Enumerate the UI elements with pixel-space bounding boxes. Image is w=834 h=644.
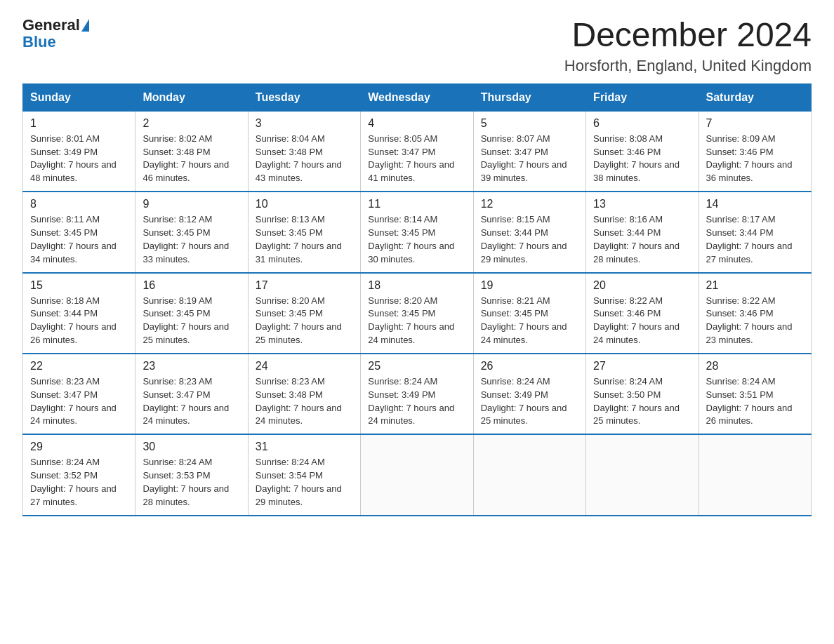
table-row: 27Sunrise: 8:24 AMSunset: 3:50 PMDayligh… <box>586 354 699 434</box>
calendar-week-row: 15Sunrise: 8:18 AMSunset: 3:44 PMDayligh… <box>23 273 812 354</box>
day-number: 2 <box>143 117 240 130</box>
day-number: 10 <box>256 198 353 210</box>
day-number: 8 <box>30 198 128 210</box>
col-tuesday: Tuesday <box>248 83 360 111</box>
calendar-header-row: Sunday Monday Tuesday Wednesday Thursday… <box>23 83 812 111</box>
table-row: 18Sunrise: 8:20 AMSunset: 3:45 PMDayligh… <box>361 273 473 354</box>
day-number: 9 <box>143 198 240 210</box>
day-number: 11 <box>368 198 465 210</box>
col-friday: Friday <box>586 83 699 111</box>
calendar-week-row: 29Sunrise: 8:24 AMSunset: 3:52 PMDayligh… <box>23 434 812 515</box>
table-row: 3Sunrise: 8:04 AMSunset: 3:48 PMDaylight… <box>248 111 360 192</box>
table-row: 24Sunrise: 8:23 AMSunset: 3:48 PMDayligh… <box>248 354 360 434</box>
day-info: Sunrise: 8:24 AMSunset: 3:49 PMDaylight:… <box>481 375 578 428</box>
day-number: 29 <box>30 441 128 453</box>
table-row: 15Sunrise: 8:18 AMSunset: 3:44 PMDayligh… <box>23 273 135 354</box>
day-info: Sunrise: 8:23 AMSunset: 3:47 PMDaylight:… <box>143 375 240 428</box>
col-monday: Monday <box>135 83 248 111</box>
day-number: 7 <box>706 117 804 130</box>
calendar-week-row: 8Sunrise: 8:11 AMSunset: 3:45 PMDaylight… <box>23 192 812 272</box>
logo-general: General <box>22 17 80 34</box>
day-info: Sunrise: 8:24 AMSunset: 3:52 PMDaylight:… <box>30 456 128 509</box>
day-number: 13 <box>593 198 691 210</box>
table-row: 17Sunrise: 8:20 AMSunset: 3:45 PMDayligh… <box>248 273 360 354</box>
day-number: 19 <box>481 279 578 292</box>
day-info: Sunrise: 8:14 AMSunset: 3:45 PMDaylight:… <box>368 213 465 266</box>
table-row: 13Sunrise: 8:16 AMSunset: 3:44 PMDayligh… <box>586 192 699 272</box>
col-thursday: Thursday <box>473 83 585 111</box>
table-row <box>586 434 699 515</box>
day-info: Sunrise: 8:02 AMSunset: 3:48 PMDaylight:… <box>143 133 240 185</box>
table-row: 23Sunrise: 8:23 AMSunset: 3:47 PMDayligh… <box>135 354 248 434</box>
table-row: 10Sunrise: 8:13 AMSunset: 3:45 PMDayligh… <box>248 192 360 272</box>
table-row: 31Sunrise: 8:24 AMSunset: 3:54 PMDayligh… <box>248 434 360 515</box>
day-number: 28 <box>706 360 804 373</box>
day-number: 25 <box>368 360 465 373</box>
day-info: Sunrise: 8:23 AMSunset: 3:47 PMDaylight:… <box>30 375 128 428</box>
col-saturday: Saturday <box>699 83 811 111</box>
day-info: Sunrise: 8:17 AMSunset: 3:44 PMDaylight:… <box>706 213 804 266</box>
day-info: Sunrise: 8:24 AMSunset: 3:50 PMDaylight:… <box>593 375 691 428</box>
day-number: 18 <box>368 279 465 292</box>
table-row: 4Sunrise: 8:05 AMSunset: 3:47 PMDaylight… <box>361 111 473 192</box>
day-info: Sunrise: 8:12 AMSunset: 3:45 PMDaylight:… <box>143 213 240 266</box>
table-row: 16Sunrise: 8:19 AMSunset: 3:45 PMDayligh… <box>135 273 248 354</box>
calendar-week-row: 22Sunrise: 8:23 AMSunset: 3:47 PMDayligh… <box>23 354 812 434</box>
table-row: 7Sunrise: 8:09 AMSunset: 3:46 PMDaylight… <box>699 111 811 192</box>
day-info: Sunrise: 8:24 AMSunset: 3:53 PMDaylight:… <box>143 456 240 509</box>
table-row: 5Sunrise: 8:07 AMSunset: 3:47 PMDaylight… <box>473 111 585 192</box>
day-info: Sunrise: 8:07 AMSunset: 3:47 PMDaylight:… <box>481 133 578 185</box>
day-number: 15 <box>30 279 128 292</box>
day-info: Sunrise: 8:19 AMSunset: 3:45 PMDaylight:… <box>143 295 240 347</box>
day-number: 17 <box>256 279 353 292</box>
table-row: 26Sunrise: 8:24 AMSunset: 3:49 PMDayligh… <box>473 354 585 434</box>
day-number: 21 <box>706 279 804 292</box>
table-row: 6Sunrise: 8:08 AMSunset: 3:46 PMDaylight… <box>586 111 699 192</box>
day-number: 5 <box>481 117 578 130</box>
day-info: Sunrise: 8:22 AMSunset: 3:46 PMDaylight:… <box>593 295 691 347</box>
table-row <box>361 434 473 515</box>
table-row <box>699 434 811 515</box>
table-row: 29Sunrise: 8:24 AMSunset: 3:52 PMDayligh… <box>23 434 135 515</box>
table-row: 21Sunrise: 8:22 AMSunset: 3:46 PMDayligh… <box>699 273 811 354</box>
day-info: Sunrise: 8:22 AMSunset: 3:46 PMDaylight:… <box>706 295 804 347</box>
month-title: December 2024 <box>564 17 812 54</box>
table-row: 20Sunrise: 8:22 AMSunset: 3:46 PMDayligh… <box>586 273 699 354</box>
calendar-week-row: 1Sunrise: 8:01 AMSunset: 3:49 PMDaylight… <box>23 111 812 192</box>
day-number: 24 <box>256 360 353 373</box>
table-row: 19Sunrise: 8:21 AMSunset: 3:45 PMDayligh… <box>473 273 585 354</box>
day-info: Sunrise: 8:15 AMSunset: 3:44 PMDaylight:… <box>481 213 578 266</box>
day-number: 22 <box>30 360 128 373</box>
table-row: 8Sunrise: 8:11 AMSunset: 3:45 PMDaylight… <box>23 192 135 272</box>
day-number: 23 <box>143 360 240 373</box>
day-info: Sunrise: 8:16 AMSunset: 3:44 PMDaylight:… <box>593 213 691 266</box>
title-block: December 2024 Horsforth, England, United… <box>564 17 812 75</box>
day-info: Sunrise: 8:18 AMSunset: 3:44 PMDaylight:… <box>30 295 128 347</box>
day-info: Sunrise: 8:20 AMSunset: 3:45 PMDaylight:… <box>256 295 353 347</box>
table-row: 12Sunrise: 8:15 AMSunset: 3:44 PMDayligh… <box>473 192 585 272</box>
day-info: Sunrise: 8:24 AMSunset: 3:49 PMDaylight:… <box>368 375 465 428</box>
col-wednesday: Wednesday <box>361 83 473 111</box>
day-number: 16 <box>143 279 240 292</box>
logo: General Blue <box>22 17 89 51</box>
day-info: Sunrise: 8:13 AMSunset: 3:45 PMDaylight:… <box>256 213 353 266</box>
table-row: 9Sunrise: 8:12 AMSunset: 3:45 PMDaylight… <box>135 192 248 272</box>
day-number: 14 <box>706 198 804 210</box>
table-row: 25Sunrise: 8:24 AMSunset: 3:49 PMDayligh… <box>361 354 473 434</box>
day-number: 26 <box>481 360 578 373</box>
day-info: Sunrise: 8:23 AMSunset: 3:48 PMDaylight:… <box>256 375 353 428</box>
calendar-table: Sunday Monday Tuesday Wednesday Thursday… <box>22 83 812 516</box>
day-info: Sunrise: 8:05 AMSunset: 3:47 PMDaylight:… <box>368 133 465 185</box>
table-row: 2Sunrise: 8:02 AMSunset: 3:48 PMDaylight… <box>135 111 248 192</box>
day-number: 4 <box>368 117 465 130</box>
table-row: 1Sunrise: 8:01 AMSunset: 3:49 PMDaylight… <box>23 111 135 192</box>
day-info: Sunrise: 8:24 AMSunset: 3:51 PMDaylight:… <box>706 375 804 428</box>
table-row: 11Sunrise: 8:14 AMSunset: 3:45 PMDayligh… <box>361 192 473 272</box>
logo-blue: Blue <box>22 33 56 51</box>
day-info: Sunrise: 8:20 AMSunset: 3:45 PMDaylight:… <box>368 295 465 347</box>
col-sunday: Sunday <box>23 83 135 111</box>
day-info: Sunrise: 8:21 AMSunset: 3:45 PMDaylight:… <box>481 295 578 347</box>
day-info: Sunrise: 8:01 AMSunset: 3:49 PMDaylight:… <box>30 133 128 185</box>
day-number: 27 <box>593 360 691 373</box>
day-number: 20 <box>593 279 691 292</box>
